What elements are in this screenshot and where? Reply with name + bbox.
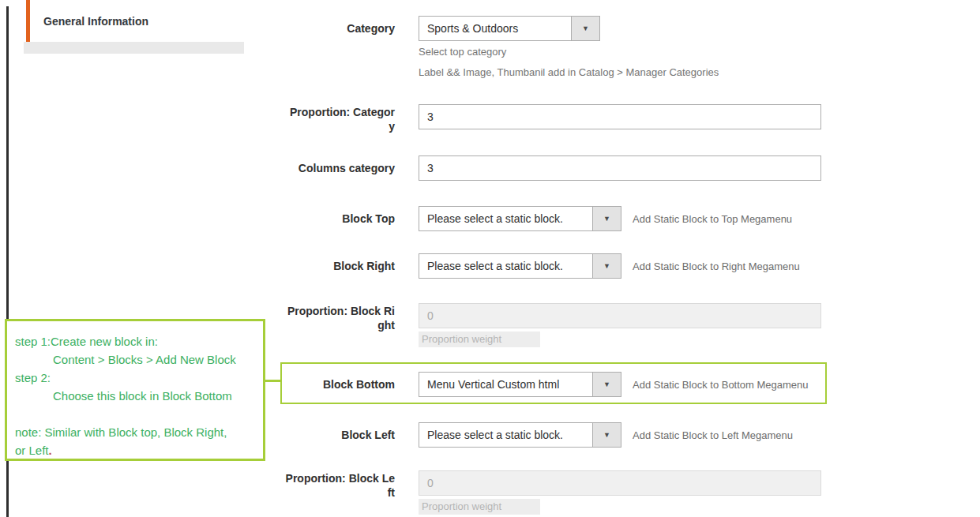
block-right-note: Add Static Block to Right Megamenu	[633, 260, 800, 272]
field-row-proportion-block-left: Proportion: Block Le ft Proportion weigh…	[284, 470, 821, 515]
field-row-category: Category Sports & Outdoors ▼ Select top …	[284, 16, 719, 79]
chevron-down-icon[interactable]: ▼	[592, 254, 621, 278]
field-row-block-bottom: Block Bottom Menu Vertical Custom html ▼…	[284, 372, 809, 397]
block-left-label: Block Left	[284, 422, 395, 442]
chevron-down-icon[interactable]: ▼	[571, 17, 599, 40]
category-select-value: Sports & Outdoors	[419, 17, 571, 40]
block-top-select-value: Please select a static block.	[419, 207, 592, 230]
field-row-block-left: Block Left Please select a static block.…	[284, 422, 793, 448]
proportion-block-left-input	[419, 470, 821, 496]
annotation-note-period: .	[49, 444, 52, 457]
block-bottom-select-value: Menu Vertical Custom html	[419, 373, 592, 396]
proportion-block-right-input	[419, 303, 821, 328]
chevron-down-icon[interactable]: ▼	[592, 373, 621, 396]
block-left-note: Add Static Block to Left Megamenu	[633, 429, 793, 441]
admin-form-screen: General Information Category Sports & Ou…	[0, 0, 980, 517]
category-note-select-top: Select top category	[419, 46, 719, 58]
annotation-step2-detail: Choose this block in Block Bottom	[15, 387, 255, 405]
block-right-select[interactable]: Please select a static block. ▼	[419, 253, 621, 279]
annotation-connector-line	[265, 380, 281, 382]
proportion-block-right-note: Proportion weight	[419, 332, 540, 347]
block-top-label: Block Top	[284, 206, 395, 226]
field-row-block-right: Block Right Please select a static block…	[284, 253, 800, 279]
annotation-note-line2: or Left.	[15, 441, 255, 459]
tab-general-information[interactable]: General Information	[26, 0, 244, 42]
block-right-label: Block Right	[284, 253, 395, 273]
category-note-label-image: Label && Image, Thumbanil add in Catalog…	[419, 66, 719, 79]
annotation-step1: step 1:Create new block in:	[15, 332, 255, 350]
proportion-block-left-label: Proportion: Block Le ft	[284, 470, 395, 500]
block-bottom-note: Add Static Block to Bottom Megamenu	[633, 379, 809, 391]
proportion-category-input[interactable]	[419, 104, 821, 129]
proportion-category-label: Proportion: Categor y	[284, 104, 395, 133]
annotation-note-line1: note: Similar with Block top, Block Righ…	[15, 423, 255, 441]
proportion-block-left-note: Proportion weight	[419, 499, 540, 515]
block-bottom-label: Block Bottom	[284, 372, 395, 391]
field-row-proportion-block-right: Proportion: Block Ri ght Proportion weig…	[284, 303, 821, 347]
columns-category-input[interactable]	[419, 155, 821, 181]
field-row-columns-category: Columns category	[284, 155, 821, 181]
annotation-step1-detail: Content > Blocks > Add New Block	[15, 350, 255, 369]
block-left-select[interactable]: Please select a static block. ▼	[419, 422, 621, 448]
proportion-block-right-label: Proportion: Block Ri ght	[284, 303, 395, 332]
field-row-proportion-category: Proportion: Categor y	[284, 104, 821, 133]
chevron-down-icon[interactable]: ▼	[592, 423, 621, 447]
block-top-note: Add Static Block to Top Megamenu	[633, 213, 792, 225]
columns-category-label: Columns category	[284, 155, 395, 175]
field-row-block-top: Block Top Please select a static block. …	[284, 206, 792, 231]
block-bottom-select[interactable]: Menu Vertical Custom html ▼	[419, 372, 621, 397]
category-label: Category	[284, 16, 395, 36]
annotation-spacer	[15, 405, 255, 423]
annotation-step2: step 2:	[15, 369, 255, 387]
annotation-note-line2-text: or Left	[15, 444, 49, 457]
chevron-down-icon[interactable]: ▼	[592, 207, 621, 230]
tab-shelf-bar	[24, 42, 244, 54]
block-left-select-value: Please select a static block.	[419, 423, 592, 447]
block-right-select-value: Please select a static block.	[419, 254, 592, 278]
block-top-select[interactable]: Please select a static block. ▼	[419, 206, 621, 231]
tab-general-information-label: General Information	[43, 15, 148, 28]
annotation-box: step 1:Create new block in: Content > Bl…	[5, 319, 265, 461]
category-select[interactable]: Sports & Outdoors ▼	[419, 16, 600, 41]
